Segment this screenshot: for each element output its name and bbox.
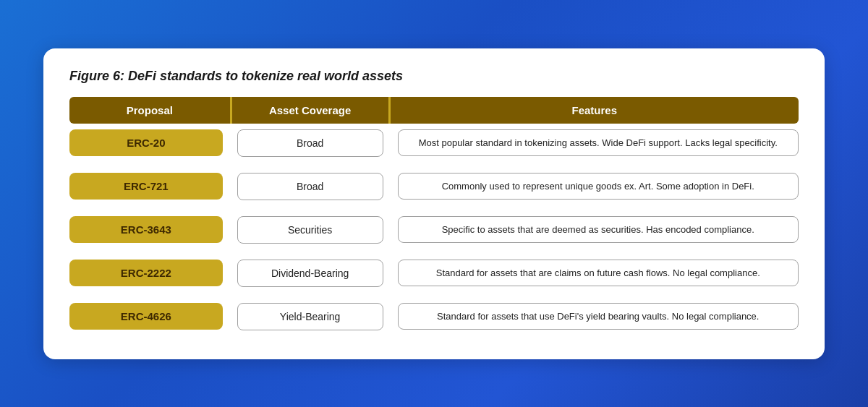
header-coverage: Asset Coverage xyxy=(230,97,391,124)
coverage-cell: Dividend-Bearing xyxy=(230,254,391,293)
features-box: Standard for assets that use DeFi's yiel… xyxy=(398,303,799,330)
proposal-badge: ERC-2222 xyxy=(69,260,223,286)
features-box: Specific to assets that are deemed as se… xyxy=(398,216,799,244)
coverage-badge: Broad xyxy=(237,129,383,157)
proposal-badge: ERC-3643 xyxy=(69,216,223,243)
proposal-cell: ERC-3643 xyxy=(69,210,230,249)
coverage-badge: Broad xyxy=(237,173,383,200)
proposal-cell: ERC-20 xyxy=(69,124,230,163)
coverage-cell: Yield-Bearing xyxy=(230,297,391,336)
features-box: Standard for assets that are claims on f… xyxy=(398,260,799,287)
proposal-badge: ERC-721 xyxy=(69,173,223,200)
header-proposal: Proposal xyxy=(69,97,230,124)
coverage-cell: Securities xyxy=(230,210,391,249)
features-cell: Standard for assets that are claims on f… xyxy=(391,254,799,293)
features-box: Commonly used to represent unique goods … xyxy=(398,173,799,200)
table-row: ERC-2222 Dividend-Bearing Standard for a… xyxy=(69,254,799,293)
coverage-badge: Yield-Bearing xyxy=(237,303,383,330)
figure-title: Figure 6: DeFi standards to tokenize rea… xyxy=(69,69,799,84)
proposal-badge: ERC-20 xyxy=(69,129,223,156)
standards-table: Proposal Asset Coverage Features ERC-20 … xyxy=(69,97,799,336)
proposal-cell: ERC-2222 xyxy=(69,254,230,293)
table-row: ERC-20 Broad Most popular standard in to… xyxy=(69,124,799,163)
table-row: ERC-4626 Yield-Bearing Standard for asse… xyxy=(69,297,799,336)
coverage-cell: Broad xyxy=(230,124,391,163)
coverage-badge: Dividend-Bearing xyxy=(237,260,383,287)
features-cell: Commonly used to represent unique goods … xyxy=(391,167,799,206)
proposal-cell: ERC-4626 xyxy=(69,297,230,336)
header-features: Features xyxy=(391,97,799,124)
coverage-cell: Broad xyxy=(230,167,391,206)
proposal-cell: ERC-721 xyxy=(69,167,230,206)
table-row: ERC-721 Broad Commonly used to represent… xyxy=(69,167,799,206)
table-row: ERC-3643 Securities Specific to assets t… xyxy=(69,210,799,249)
features-box: Most popular standard in tokenizing asse… xyxy=(398,129,799,157)
features-cell: Specific to assets that are deemed as se… xyxy=(391,210,799,249)
features-cell: Standard for assets that use DeFi's yiel… xyxy=(391,297,799,336)
coverage-badge: Securities xyxy=(237,216,383,244)
features-cell: Most popular standard in tokenizing asse… xyxy=(391,124,799,163)
proposal-badge: ERC-4626 xyxy=(69,303,223,330)
main-card: Figure 6: DeFi standards to tokenize rea… xyxy=(43,48,825,359)
